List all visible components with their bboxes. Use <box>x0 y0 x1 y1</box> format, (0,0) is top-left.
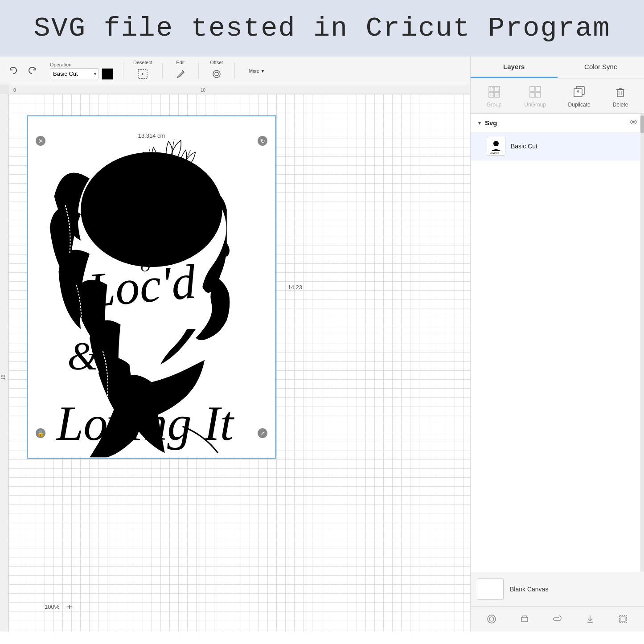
layer-group-header[interactable]: ▼ Svg 👁 <box>471 114 644 132</box>
blank-canvas-label: Blank Canvas <box>510 586 548 593</box>
layer-chevron-icon: ▼ <box>477 120 482 126</box>
svg-rect-14 <box>489 86 494 91</box>
svg-rect-25 <box>617 90 623 97</box>
svg-rect-19 <box>530 86 535 91</box>
layer-visibility-icon[interactable]: 👁 <box>630 118 638 127</box>
delete-icon <box>612 84 628 100</box>
zoom-label: 100% <box>45 603 59 610</box>
tab-color-sync[interactable]: Color Sync <box>558 57 644 78</box>
lock-handle[interactable]: 🔒 <box>36 428 45 438</box>
offset-group: Offset <box>209 60 225 82</box>
divider-2 <box>162 63 163 79</box>
layer-item[interactable]: LovingIt Basic Cut <box>471 132 644 160</box>
design-container[interactable]: 13.314 cm 14.23 <box>27 115 276 459</box>
tab-layers[interactable]: Layers <box>471 57 558 78</box>
nav-buttons <box>6 64 39 78</box>
design-svg: Loc'd O & Loving It <box>28 116 275 458</box>
operation-select-wrapper: Basic Cut Print Then Cut Draw Score ▼ <box>50 68 99 79</box>
duplicate-label: Duplicate <box>568 102 591 108</box>
svg-text:O: O <box>140 259 150 274</box>
resize-handle[interactable]: ↗ <box>258 428 267 438</box>
close-handle[interactable]: ✕ <box>36 136 45 146</box>
edit-button[interactable] <box>172 66 189 82</box>
panel-bottom-toolbar <box>471 606 644 632</box>
svg-point-4 <box>215 72 218 76</box>
ruler-left: 10 <box>0 94 9 632</box>
duplicate-icon <box>571 84 587 100</box>
edit-group: Edit <box>172 60 189 82</box>
svg-point-30 <box>493 141 499 146</box>
redo-button[interactable] <box>25 64 39 78</box>
group-button[interactable]: Group <box>486 84 502 108</box>
delete-button[interactable]: Delete <box>612 84 628 108</box>
canvas-area: Operation Basic Cut Print Then Cut Draw … <box>0 57 470 632</box>
layer-item-name: Basic Cut <box>511 143 537 150</box>
flatten-button[interactable] <box>484 611 500 627</box>
color-swatch[interactable] <box>102 68 113 80</box>
more-chevron-icon: ▼ <box>261 69 265 74</box>
operation-select-row: Basic Cut Print Then Cut Draw Score ▼ <box>50 68 113 80</box>
svg-rect-20 <box>536 86 541 91</box>
app-container: Operation Basic Cut Print Then Cut Draw … <box>0 57 644 632</box>
ungroup-label: UnGroup <box>524 102 546 108</box>
attach-button[interactable] <box>549 611 565 627</box>
layers-list: ▼ Svg 👁 LovingIt Basic Cut <box>471 114 644 572</box>
undo-button[interactable] <box>6 64 21 78</box>
deselect-group: Deselect <box>133 60 152 82</box>
canvas-workspace: 0 10 10 13.314 cm 14.23 <box>0 85 470 632</box>
more-label: More <box>249 69 259 74</box>
offset-label: Offset <box>210 60 223 65</box>
panel-tabs: Layers Color Sync <box>471 57 644 78</box>
group-label: Group <box>487 102 501 108</box>
operation-group: Operation Basic Cut Print Then Cut Draw … <box>50 62 113 80</box>
blank-canvas-section: Blank Canvas <box>471 572 644 606</box>
zoom-add-button[interactable]: + <box>65 602 74 612</box>
offset-button[interactable] <box>209 66 225 82</box>
svg-rect-21 <box>530 92 535 97</box>
svg-rect-38 <box>621 617 625 621</box>
svg-rect-17 <box>495 92 500 97</box>
divider-1 <box>123 63 123 79</box>
unflatten-button[interactable] <box>517 611 533 627</box>
deselect-label: Deselect <box>133 60 152 65</box>
blank-canvas-thumbnail <box>477 578 504 600</box>
svg-point-3 <box>213 70 220 78</box>
ruler-num-0: 0 <box>13 88 16 93</box>
ungroup-button[interactable]: UnGroup <box>524 84 546 108</box>
operation-select[interactable]: Basic Cut Print Then Cut Draw Score <box>50 68 99 79</box>
divider-3 <box>198 63 199 79</box>
select-all-button[interactable] <box>615 611 631 627</box>
header-title: SVG file tested in Cricut Program <box>18 12 626 44</box>
rotate-handle[interactable]: ↻ <box>258 136 267 146</box>
divider-4 <box>234 63 235 79</box>
header-banner: SVG file tested in Cricut Program <box>0 0 644 57</box>
ruler-num-10: 10 <box>201 88 205 93</box>
svg-rect-22 <box>536 92 541 97</box>
deselect-button[interactable] <box>135 66 151 82</box>
svg-rect-37 <box>619 615 627 623</box>
svg-rect-16 <box>489 92 494 97</box>
svg-point-32 <box>488 615 496 623</box>
ruler-num-left: 10 <box>1 375 6 380</box>
svg-text:&: & <box>67 333 98 377</box>
more-button[interactable]: More ▼ <box>245 65 270 76</box>
svg-rect-34 <box>521 617 528 622</box>
svg-point-6 <box>81 152 222 267</box>
svg-text:LovingIt: LovingIt <box>490 152 499 154</box>
scrollbar-thumb[interactable] <box>640 115 644 133</box>
right-panel: Layers Color Sync Group <box>470 57 644 632</box>
svg-point-33 <box>489 617 494 621</box>
move-down-button[interactable] <box>582 611 598 627</box>
layer-thumbnail: LovingIt <box>487 137 505 156</box>
ungroup-icon <box>527 84 543 100</box>
layers-scrollbar[interactable] <box>640 114 644 572</box>
dimension-height-label: 14.23 <box>287 284 302 291</box>
layer-group-name: Svg <box>485 119 630 127</box>
dimension-width-label: 13.314 cm <box>138 132 165 139</box>
group-icon <box>486 84 502 100</box>
ruler-top: 0 10 <box>9 85 470 94</box>
svg-rect-15 <box>495 86 500 91</box>
delete-label: Delete <box>613 102 628 108</box>
toolbar: Operation Basic Cut Print Then Cut Draw … <box>0 57 470 85</box>
duplicate-button[interactable]: Duplicate <box>568 84 591 108</box>
